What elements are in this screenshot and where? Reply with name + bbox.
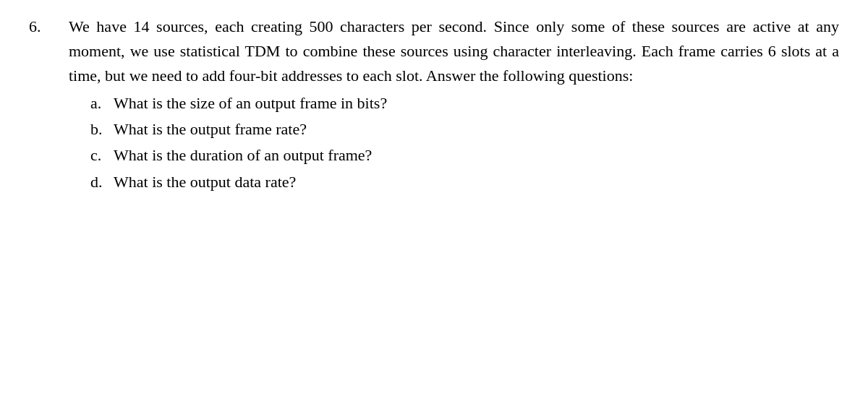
sub-item-c: c. What is the duration of an output fra… xyxy=(90,143,839,168)
sub-item-b: b. What is the output frame rate? xyxy=(90,117,839,142)
sub-item-d: d. What is the output data rate? xyxy=(90,170,839,194)
sub-label-d: d. xyxy=(90,170,109,194)
sub-label-b: b. xyxy=(90,117,109,142)
sub-text-b: What is the output frame rate? xyxy=(114,117,307,142)
sub-questions: a. What is the size of an output frame i… xyxy=(69,91,839,194)
content-block: 6. We have 14 sources, each creating 500… xyxy=(29,14,839,196)
main-text: We have 14 sources, each creating 500 ch… xyxy=(69,17,839,85)
sub-item-a: a. What is the size of an output frame i… xyxy=(90,91,839,116)
question-item: 6. We have 14 sources, each creating 500… xyxy=(29,14,839,196)
sub-text-d: What is the output data rate? xyxy=(114,170,296,194)
sub-text-c: What is the duration of an output frame? xyxy=(114,143,372,168)
question-number: 6. xyxy=(29,14,69,39)
sub-label-c: c. xyxy=(90,143,109,168)
question-body: We have 14 sources, each creating 500 ch… xyxy=(69,14,839,196)
sub-label-a: a. xyxy=(90,91,109,116)
sub-text-a: What is the size of an output frame in b… xyxy=(114,91,387,116)
